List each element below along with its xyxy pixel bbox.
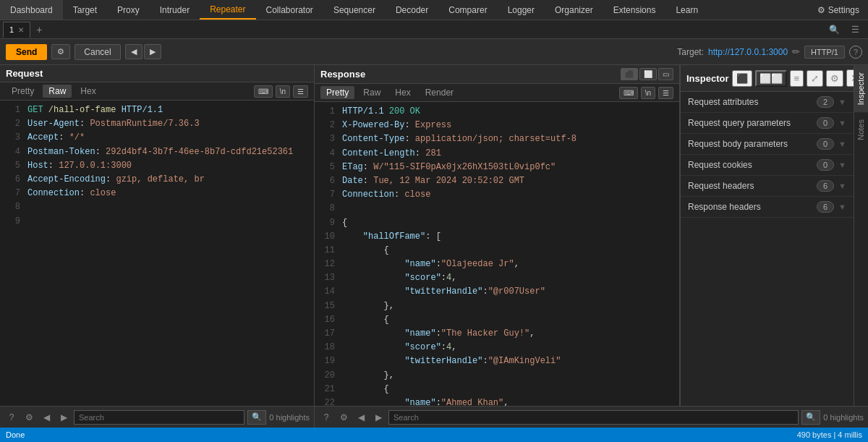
tab-bar: 1 ✕ + 🔍 ☰ — [0, 20, 868, 39]
request-line-9: 9 — [6, 215, 308, 229]
prev-arrow-button[interactable]: ◀ — [125, 44, 142, 59]
request-line-2: 2 User-Agent: PostmanRuntime/7.36.3 — [6, 117, 308, 131]
send-button[interactable]: Send — [6, 44, 47, 60]
response-search-input[interactable] — [388, 410, 799, 425]
resp-line-6: 6 Date: Tue, 12 Mar 2024 20:52:02 GMT — [320, 174, 673, 188]
response-tab-render[interactable]: Render — [420, 86, 459, 99]
target-url: http://127.0.0.1:3000 — [708, 47, 788, 57]
request-code-area[interactable]: 1 GET /hall-of-fame HTTP/1.1 2 User-Agen… — [0, 101, 314, 406]
inspector-settings-btn[interactable]: ⚙ — [826, 70, 843, 87]
response-settings-icon[interactable]: ⚙ — [336, 410, 351, 425]
resp-line-8: 8 — [320, 202, 673, 216]
main-content: Request Pretty Raw Hex ⌨ \n ☰ 1 GET /hal… — [0, 65, 868, 406]
resp-line-18: 18 "score":4, — [320, 341, 673, 354]
nav-decoder[interactable]: Decoder — [386, 0, 438, 20]
next-arrow-button[interactable]: ▶ — [144, 44, 161, 59]
nav-target[interactable]: Target — [63, 0, 107, 20]
nav-repeater[interactable]: Repeater — [200, 0, 255, 20]
request-prev-icon[interactable]: ◀ — [39, 410, 54, 425]
request-next-icon[interactable]: ▶ — [56, 410, 71, 425]
tab-search-button[interactable]: 🔍 — [823, 25, 846, 35]
request-tab-pretty[interactable]: Pretty — [6, 85, 40, 98]
nav-learn[interactable]: Learn — [665, 0, 708, 20]
toolbar: Send ⚙ Cancel ◀ ▶ Target: http://127.0.0… — [0, 39, 868, 65]
nav-dashboard[interactable]: Dashboard — [0, 0, 63, 20]
inspector-query-params-label: Request query parameters — [688, 118, 817, 128]
nav-arrows: ◀ ▶ — [125, 44, 161, 59]
response-tab-pretty[interactable]: Pretty — [320, 86, 354, 99]
request-tab-bar: Pretty Raw Hex ⌨ \n ☰ — [0, 82, 314, 101]
request-wordwrap-btn[interactable]: ⌨ — [254, 85, 273, 98]
cancel-button[interactable]: Cancel — [75, 44, 120, 60]
response-prev-icon[interactable]: ◀ — [354, 410, 368, 425]
help-icon[interactable]: ? — [849, 46, 862, 59]
response-help-icon[interactable]: ? — [319, 410, 333, 425]
tab-close-icon[interactable]: ✕ — [18, 26, 24, 34]
inspector-response-headers-label: Response headers — [688, 202, 817, 212]
inspector-row-request-headers[interactable]: Request headers 6 ▼ — [681, 176, 854, 197]
resp-line-10: 10 "hallOfFame": [ — [320, 230, 673, 244]
nav-sequencer[interactable]: Sequencer — [323, 0, 386, 20]
inspector-cookies-label: Request cookies — [688, 160, 817, 170]
settings-button[interactable]: ⚙ Settings — [809, 0, 868, 20]
resp-line-1: 1 HTTP/1.1 200 OK — [320, 105, 673, 119]
response-wordwrap-btn[interactable]: ⌨ — [619, 87, 638, 99]
response-search-button[interactable]: 🔍 — [801, 410, 820, 425]
response-view-code-btn[interactable]: ⬛ — [621, 68, 638, 80]
status-left: Done — [6, 430, 25, 439]
inspector-close-button[interactable]: ✕ — [846, 69, 854, 87]
request-settings-icon[interactable]: ⚙ — [22, 410, 36, 425]
inspector-view-2-btn[interactable]: ⬜⬜ — [755, 70, 787, 87]
resp-line-7: 7 Connection: close — [320, 188, 673, 202]
nav-logger[interactable]: Logger — [498, 0, 545, 20]
request-tab-raw[interactable]: Raw — [43, 85, 72, 98]
response-view-split-btn[interactable]: ⬜ — [639, 68, 657, 80]
inspector-row-response-headers[interactable]: Response headers 6 ▼ — [681, 197, 854, 218]
nav-intruder[interactable]: Intruder — [150, 0, 200, 20]
settings-gear-button[interactable]: ⚙ — [51, 44, 70, 59]
request-more-btn[interactable]: ☰ — [293, 85, 308, 98]
tab-menu-button[interactable]: ☰ — [846, 25, 865, 35]
inspector-filter-btn[interactable]: ⤢ — [807, 70, 823, 87]
inspector-header: Inspector ⬛ ⬜⬜ ≡ ⤢ ⚙ ✕ — [681, 65, 854, 92]
response-panel-icons: ⌨ \n ☰ — [619, 87, 673, 99]
inspector-row-query-params[interactable]: Request query parameters 0 ▼ — [681, 113, 854, 134]
inspector-sort-btn[interactable]: ≡ — [790, 70, 804, 87]
request-help-icon[interactable]: ? — [4, 410, 19, 425]
response-more-btn[interactable]: ☰ — [658, 87, 673, 99]
inspector-request-headers-chevron: ▼ — [838, 182, 846, 190]
request-line-3: 3 Accept: */* — [6, 131, 308, 145]
side-tab-notes[interactable]: Notes — [854, 112, 868, 148]
request-search-button[interactable]: 🔍 — [247, 410, 266, 425]
resp-line-13: 13 "score":4, — [320, 271, 673, 285]
inspector-row-request-attributes[interactable]: Request attributes 2 ▼ — [681, 92, 854, 113]
request-search-input[interactable] — [74, 410, 244, 425]
response-panel-title: Response — [320, 69, 621, 80]
request-tab-hex[interactable]: Hex — [75, 85, 101, 98]
nav-comparer[interactable]: Comparer — [438, 0, 497, 20]
side-tabs: Inspector Notes — [854, 65, 868, 406]
response-ln-btn[interactable]: \n — [641, 87, 655, 99]
nav-organizer[interactable]: Organizer — [545, 0, 603, 20]
response-code-area[interactable]: 1 HTTP/1.1 200 OK 2 X-Powered-By: Expres… — [315, 102, 679, 406]
side-tab-inspector[interactable]: Inspector — [854, 65, 868, 112]
nav-collaborator[interactable]: Collaborator — [256, 0, 323, 20]
response-view-preview-btn[interactable]: ▭ — [658, 68, 673, 80]
resp-line-15: 15 }, — [320, 299, 673, 313]
response-next-icon[interactable]: ▶ — [371, 410, 386, 425]
nav-proxy[interactable]: Proxy — [107, 0, 150, 20]
request-ln-btn[interactable]: \n — [276, 85, 290, 98]
inspector-view-1-btn[interactable]: ⬛ — [732, 70, 752, 87]
request-highlights-count: 0 highlights — [269, 413, 310, 422]
tab-add-button[interactable]: + — [30, 22, 48, 38]
inspector-row-cookies[interactable]: Request cookies 0 ▼ — [681, 155, 854, 176]
resp-line-12: 12 "name":"Olajeedae Jr", — [320, 258, 673, 271]
response-tab-raw[interactable]: Raw — [357, 86, 386, 99]
tab-1[interactable]: 1 ✕ — [3, 22, 30, 38]
resp-line-5: 5 ETag: W/"115-SIF0pAx0jx26hX1503tL0vip0… — [320, 161, 673, 174]
nav-extensions[interactable]: Extensions — [603, 0, 666, 20]
response-tab-hex[interactable]: Hex — [389, 86, 416, 99]
inspector-row-body-params[interactable]: Request body parameters 0 ▼ — [681, 134, 854, 155]
edit-target-icon[interactable]: ✏ — [792, 46, 800, 57]
http-version-selector[interactable]: HTTP/1 — [804, 46, 845, 59]
